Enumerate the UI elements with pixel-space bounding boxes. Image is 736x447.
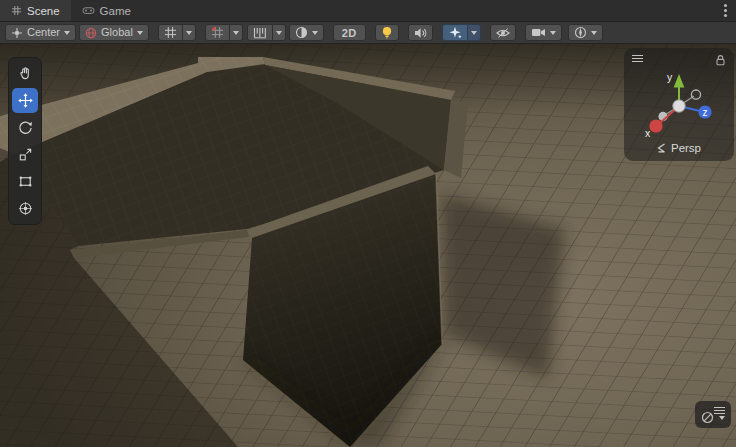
more-menu-icon: [724, 9, 727, 12]
lock-icon[interactable]: [715, 54, 726, 66]
tab-game[interactable]: Game: [71, 0, 142, 21]
pivot-mode-dropdown[interactable]: Center: [5, 24, 76, 41]
scene-visibility-toggle-button[interactable]: [490, 24, 516, 41]
scene-camera-icon: [701, 411, 714, 424]
increment-snap-dropdown[interactable]: [273, 24, 286, 41]
unity-scene-view-window: Scene Game Center: [0, 0, 736, 447]
tab-game-label: Game: [100, 5, 131, 17]
dropdown-caret-icon: [64, 31, 70, 35]
transform-tool-button[interactable]: [12, 196, 38, 221]
overlay-menu-icon[interactable]: [714, 407, 725, 408]
lighting-toggle-button[interactable]: [375, 24, 399, 41]
projection-label: Persp: [671, 142, 701, 154]
neg-axis-handle[interactable]: [691, 90, 700, 99]
grid-icon: [11, 5, 22, 16]
camera-settings-dropdown[interactable]: [525, 24, 562, 41]
dropdown-caret-icon: [137, 31, 143, 35]
increment-snap-icon: [253, 27, 267, 39]
light-bulb-icon: [381, 26, 393, 40]
scale-icon: [18, 147, 33, 162]
shaded-sphere-icon: [295, 26, 308, 39]
gizmos-compass-icon: [574, 26, 587, 39]
move-icon: [18, 93, 33, 108]
speaker-icon: [414, 27, 427, 39]
2d-toggle-button[interactable]: 2D: [333, 24, 366, 41]
tab-scene[interactable]: Scene: [0, 0, 71, 21]
dropdown-caret-icon: [276, 31, 282, 35]
orientation-dropdown[interactable]: Global: [79, 24, 149, 41]
eye-icon: [496, 27, 510, 39]
tools-overlay: [8, 57, 42, 225]
tab-scene-label: Scene: [27, 5, 60, 17]
dropdown-caret-icon: [233, 31, 239, 35]
orientation-label: Global: [101, 27, 133, 38]
transform-icon: [18, 201, 33, 216]
snap-dropdown[interactable]: [230, 24, 243, 41]
rotate-icon: [18, 120, 33, 135]
gizmos-dropdown[interactable]: [568, 24, 603, 41]
grid-visibility-button[interactable]: [158, 24, 183, 41]
shading-mode-dropdown[interactable]: [289, 24, 324, 41]
increment-snap-button[interactable]: [247, 24, 273, 41]
effects-star-icon: [448, 26, 462, 39]
dropdown-caret-icon: [186, 31, 192, 35]
effects-toggle-button[interactable]: [442, 24, 468, 41]
axis-gizmo[interactable]: y z x: [640, 66, 718, 140]
pivot-mode-label: Center: [27, 27, 60, 38]
hand-icon: [18, 66, 33, 81]
scale-tool-button[interactable]: [12, 142, 38, 167]
gamepad-icon: [82, 5, 95, 16]
dropdown-caret-icon: [312, 31, 318, 35]
camera-icon: [531, 27, 546, 38]
dropdown-caret-icon: [550, 31, 556, 35]
projection-toggle[interactable]: Persp: [632, 142, 726, 154]
overlay-menu-icon[interactable]: [632, 55, 643, 56]
grid-visibility-icon: [164, 26, 177, 39]
y-axis-handle[interactable]: [674, 74, 685, 88]
y-axis-label: y: [667, 71, 673, 83]
tab-bar: Scene Game: [0, 0, 736, 22]
move-tool-button[interactable]: [12, 88, 38, 113]
effects-dropdown[interactable]: [468, 24, 481, 41]
gizmo-center-handle[interactable]: [673, 100, 685, 112]
audio-toggle-button[interactable]: [408, 24, 433, 41]
rect-icon: [18, 174, 33, 189]
camera-overlay: [695, 401, 731, 428]
scene-camera-dropdown[interactable]: [701, 411, 725, 424]
tab-bar-more-menu[interactable]: [715, 0, 736, 21]
x-axis-handle[interactable]: [649, 119, 662, 132]
pivot-icon: [11, 27, 23, 39]
dropdown-caret-icon: [719, 416, 725, 420]
grid-visibility-dropdown[interactable]: [183, 24, 196, 41]
snap-toggle-button[interactable]: [205, 24, 230, 41]
z-axis-label: z: [703, 107, 708, 118]
dropdown-caret-icon: [471, 31, 477, 35]
scene-viewport[interactable]: y z x Persp: [0, 44, 736, 447]
dropdown-caret-icon: [591, 31, 597, 35]
2d-label: 2D: [339, 27, 360, 39]
globe-icon: [85, 27, 97, 39]
persp-angle-icon: [657, 143, 666, 153]
snap-icon: [211, 26, 224, 39]
rect-tool-button[interactable]: [12, 169, 38, 194]
view-tool-button[interactable]: [12, 61, 38, 86]
orientation-gizmo-panel: y z x Persp: [624, 48, 734, 161]
rotate-tool-button[interactable]: [12, 115, 38, 140]
x-axis-label: x: [645, 127, 651, 139]
scene-toolbar: Center Global: [0, 22, 736, 44]
